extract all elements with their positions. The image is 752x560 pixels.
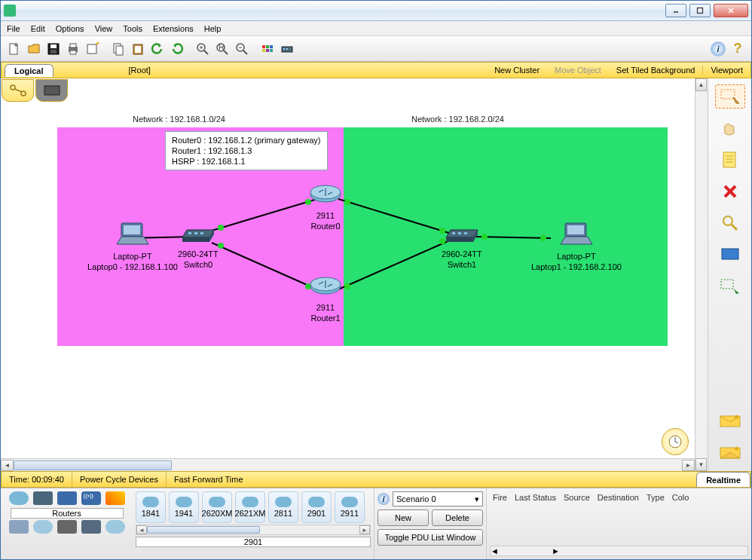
menu-help[interactable]: Help (204, 24, 222, 33)
vscroll-up-arrow[interactable]: ▲ (695, 78, 707, 91)
simple-pdu-tool-icon[interactable]: + (715, 409, 745, 433)
zoom-reset-icon[interactable]: R (213, 40, 231, 58)
pdu-scroll-left[interactable]: ◄ (491, 546, 499, 555)
palette-icon[interactable] (258, 40, 277, 58)
models-scroll-left[interactable]: ◄ (136, 525, 147, 534)
cat-routers-icon[interactable] (9, 491, 29, 505)
inspect-tool-icon[interactable] (715, 211, 745, 235)
model-2911[interactable]: 2911 (335, 491, 365, 523)
model-2621xm[interactable]: 2621XM (235, 491, 265, 523)
select-tool-icon[interactable] (715, 84, 745, 109)
canvas-vscrollbar[interactable]: ▲ ▼ (695, 78, 708, 471)
model-2620xm[interactable]: 2620XM (202, 491, 232, 523)
move-tool-icon[interactable] (715, 116, 745, 140)
resize-tool-icon[interactable] (715, 274, 745, 298)
custom-device-icon[interactable] (278, 40, 296, 58)
redo-icon[interactable] (168, 40, 186, 58)
copy-icon[interactable] (109, 40, 127, 58)
svg-rect-11 (70, 44, 76, 47)
new-cluster-button[interactable]: New Cluster (487, 66, 547, 75)
zoom-in-icon[interactable] (194, 40, 212, 58)
close-button[interactable] (714, 4, 748, 17)
physical-view-icon[interactable] (35, 79, 68, 102)
svg-marker-76 (446, 237, 473, 242)
draw-rect-tool-icon[interactable] (715, 243, 745, 267)
model-2901[interactable]: 2901 (301, 491, 332, 523)
hscroll-thumb[interactable] (14, 461, 172, 470)
device-switch1[interactable]: 2960-24TT Switch1 (442, 225, 482, 269)
undo-icon[interactable] (148, 40, 167, 58)
cat-hubs-icon[interactable] (57, 491, 77, 505)
model-1841-label: 1841 (142, 509, 160, 518)
cat-enddevices-icon[interactable] (9, 520, 29, 534)
info-icon[interactable]: i (709, 40, 727, 58)
model-2911-label: 2911 (341, 509, 359, 518)
laptop1-name-label: Laptop1 - 192.168.2.100 (531, 262, 622, 271)
cat-misc-icon[interactable] (105, 520, 125, 534)
device-router1[interactable]: 2911 Router1 (308, 276, 343, 323)
svg-point-95 (723, 216, 732, 225)
menu-tools[interactable]: Tools (123, 24, 142, 33)
cat-switches-icon[interactable] (33, 491, 53, 505)
wizard-icon[interactable] (84, 40, 102, 58)
model-1941[interactable]: 1941 (169, 491, 199, 523)
vscroll-down-arrow[interactable]: ▼ (695, 458, 707, 471)
hscroll-left-arrow[interactable]: ◄ (1, 460, 14, 471)
sim-time-label: Time: 00:09:40 (2, 472, 72, 487)
svg-point-58 (344, 283, 350, 289)
realtime-tab[interactable]: Realtime (696, 472, 750, 487)
viewport-button[interactable]: Viewport (702, 66, 750, 75)
paste-icon[interactable] (129, 40, 147, 58)
hscroll-right-arrow[interactable]: ► (682, 460, 695, 471)
device-laptop0[interactable]: Laptop-PT Laptop0 - 192.168.1.100 (87, 222, 178, 271)
fast-forward-button[interactable]: Fast Forward Time (167, 472, 251, 487)
menu-edit[interactable]: Edit (31, 24, 45, 33)
scenario-info-icon[interactable]: i (378, 493, 390, 505)
minimize-button[interactable] (665, 4, 686, 17)
note-tool-icon[interactable] (715, 148, 745, 172)
model-2811[interactable]: 2811 (268, 491, 298, 523)
device-switch0[interactable]: 2960-24TT Switch0 (178, 225, 219, 269)
cat-wireless-icon[interactable]: ((•)) (81, 491, 101, 505)
device-laptop1[interactable]: Laptop-PT Laptop1 - 192.168.2.100 (531, 222, 622, 271)
svg-rect-80 (464, 232, 467, 234)
cat-multiuser-icon[interactable] (81, 520, 101, 534)
maximize-button[interactable] (689, 4, 711, 17)
breadcrumb-root[interactable]: [Root] (53, 66, 488, 75)
cat-custom-icon[interactable] (57, 520, 77, 534)
topology-canvas[interactable]: Network : 192.168.1.0/24 Network : 192.1… (1, 78, 695, 458)
models-scroll-thumb[interactable] (147, 526, 260, 534)
menu-file[interactable]: File (7, 24, 20, 33)
models-hscrollbar[interactable]: ◄ ► (136, 525, 371, 535)
svg-rect-63 (124, 225, 140, 234)
menu-options[interactable]: Options (56, 24, 84, 33)
open-file-icon[interactable] (25, 40, 43, 58)
scenario-new-button[interactable]: New (378, 510, 429, 526)
scenario-delete-button[interactable]: Delete (432, 510, 483, 526)
device-router0[interactable]: 2911 Router0 (308, 184, 343, 231)
cat-connections-icon[interactable] (105, 491, 125, 505)
realtime-clock-icon[interactable] (662, 428, 689, 455)
pdu-scroll-right[interactable]: ► (552, 546, 560, 555)
menu-extensions[interactable]: Extensions (153, 24, 194, 33)
delete-tool-icon[interactable] (715, 179, 745, 203)
toggle-pdu-list-button[interactable]: Toggle PDU List Window (378, 529, 483, 546)
model-1841[interactable]: 1841 (136, 491, 166, 523)
pdu-hscrollbar[interactable]: ◄ ► (490, 546, 748, 556)
new-file-icon[interactable] (5, 40, 23, 58)
scenario-panel: i Scenario 0▾ New Delete Toggle PDU List… (374, 488, 487, 559)
power-cycle-button[interactable]: Power Cycle Devices (72, 472, 167, 487)
cat-wan-icon[interactable] (33, 520, 53, 534)
canvas-hscrollbar[interactable]: ◄ ► (1, 458, 695, 471)
scenario-select[interactable]: Scenario 0▾ (393, 491, 483, 506)
models-scroll-right[interactable]: ► (359, 525, 370, 534)
print-icon[interactable] (64, 40, 82, 58)
menu-view[interactable]: View (95, 24, 113, 33)
help-icon[interactable]: ? (729, 40, 747, 58)
complex-pdu-tool-icon[interactable]: + (715, 441, 745, 465)
logical-tab[interactable]: Logical (5, 64, 53, 77)
set-tiled-bg-button[interactable]: Set Tiled Background (609, 66, 703, 75)
logical-view-icon[interactable] (2, 79, 34, 102)
save-icon[interactable] (44, 40, 63, 58)
zoom-out-icon[interactable] (233, 40, 251, 58)
